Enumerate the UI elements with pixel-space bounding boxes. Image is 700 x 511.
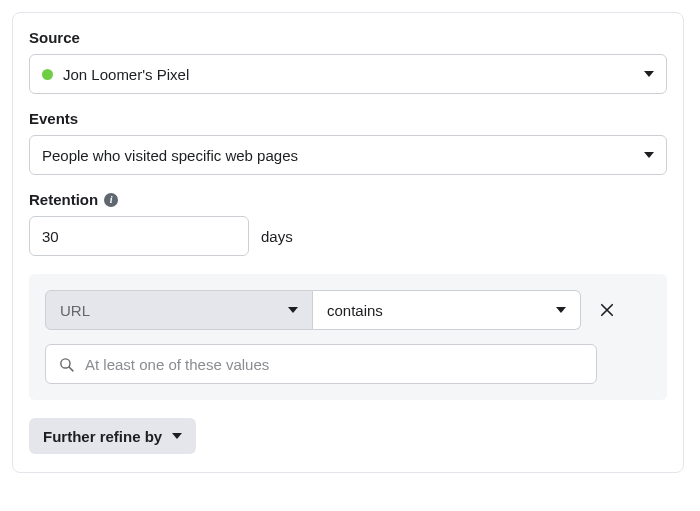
events-field: Events People who visited specific web p… [29,110,667,175]
further-refine-button[interactable]: Further refine by [29,418,196,454]
retention-input[interactable] [29,216,249,256]
retention-unit: days [261,228,293,245]
source-dropdown[interactable]: Jon Loomer's Pixel [29,54,667,94]
info-icon[interactable]: i [104,193,118,207]
refine-row: Further refine by [29,418,667,454]
value-input-wrap[interactable] [45,344,597,384]
retention-label: Retention i [29,191,667,208]
search-icon [58,356,75,373]
remove-rule-button[interactable] [595,298,619,322]
caret-down-icon [644,71,654,77]
operator-value: contains [327,302,383,319]
operator-dropdown[interactable]: contains [313,290,581,330]
caret-down-icon [172,433,182,439]
url-rule-box: URL contains [29,274,667,400]
caret-down-icon [288,307,298,313]
source-value: Jon Loomer's Pixel [63,66,189,83]
events-value: People who visited specific web pages [42,147,298,164]
events-label: Events [29,110,667,127]
status-dot-icon [42,69,53,80]
events-dropdown[interactable]: People who visited specific web pages [29,135,667,175]
close-icon [598,301,616,319]
source-field: Source Jon Loomer's Pixel [29,29,667,94]
caret-down-icon [644,152,654,158]
caret-down-icon [556,307,566,313]
source-label: Source [29,29,667,46]
svg-line-1 [69,366,73,370]
value-input[interactable] [85,356,584,373]
retention-field: Retention i days [29,191,667,256]
audience-panel: Source Jon Loomer's Pixel Events People … [12,12,684,473]
url-field-value: URL [60,302,90,319]
url-field-dropdown[interactable]: URL [45,290,313,330]
